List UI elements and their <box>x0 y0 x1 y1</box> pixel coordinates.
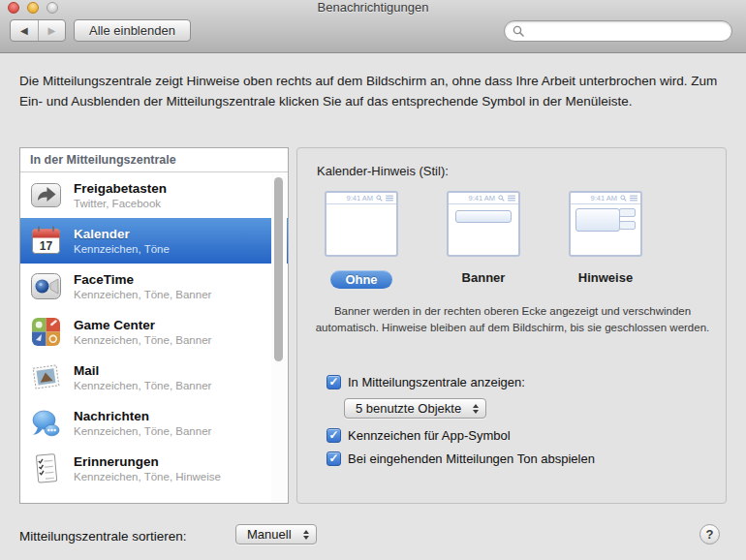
checkbox-checked-icon[interactable]: ✓ <box>326 428 341 443</box>
messages-icon <box>30 407 62 439</box>
titlebar: Benachrichtigungen ◀ ▶ Alle einblenden <box>0 0 746 53</box>
checkbox-row-sound[interactable]: ✓ Bei eingehenden Mitteilungen Ton abspi… <box>326 451 595 466</box>
app-name: FaceTime <box>74 272 211 287</box>
minimize-button[interactable] <box>27 2 39 14</box>
notification-center-icon <box>630 195 637 202</box>
checkbox-checked-icon[interactable]: ✓ <box>326 375 341 389</box>
facetime-icon <box>30 270 62 302</box>
checkbox-row-show-in-nc[interactable]: ✓ In Mitteilungszentrale anzeigen: <box>326 375 525 389</box>
app-name: Nachrichten <box>74 409 211 423</box>
preferences-window: Benachrichtigungen ◀ ▶ Alle einblenden D… <box>0 0 746 560</box>
app-list: In der Mitteilungszentrale Freigabetaste… <box>19 147 289 504</box>
history-nav: ◀ ▶ <box>10 19 66 42</box>
preview-menubar: 9:41 AM <box>326 193 396 204</box>
preview-time: 9:41 AM <box>346 194 373 202</box>
settings-panel: Kalender-Hinweis (Stil): 9:41 AM 9:41 AM… <box>296 147 727 504</box>
zoom-button[interactable] <box>47 2 58 14</box>
window-title: Benachrichtigungen <box>0 0 746 15</box>
sidebar-item-freigabetasten[interactable]: Freigabetasten Twitter, Facebook <box>20 172 288 218</box>
preview-time: 9:41 AM <box>590 194 617 202</box>
sidebar-item-erinnerungen[interactable]: Erinnerungen Kennzeichen, Töne, Hinweise <box>20 446 288 491</box>
app-alert-types: Kennzeichen, Töne, Banner <box>74 380 211 391</box>
checkbox-label: Bei eingehenden Mitteilungen Ton abspiel… <box>348 451 595 466</box>
app-name: Mail <box>74 363 211 378</box>
help-button[interactable]: ? <box>699 524 720 544</box>
spotlight-icon <box>498 195 505 202</box>
app-alert-types: Kennzeichen, Töne <box>74 243 170 255</box>
stepper-arrows-icon <box>303 530 309 540</box>
game-center-icon <box>30 316 62 348</box>
app-name: Game Center <box>74 318 211 332</box>
intro-text: Die Mitteilungszentrale zeigt Hinweise o… <box>19 72 723 112</box>
search-input[interactable] <box>529 24 724 38</box>
svg-text:17: 17 <box>40 239 53 253</box>
selected-style-pill[interactable]: Ohne <box>330 270 391 289</box>
app-alert-types: Kennzeichen, Töne, Hinweise <box>74 471 221 482</box>
spotlight-icon <box>376 195 383 202</box>
alert-style-label: Kalender-Hinweis (Stil): <box>317 164 449 178</box>
close-button[interactable] <box>8 2 19 14</box>
sidebar-scrollbar <box>271 173 287 504</box>
checkbox-label: In Mitteilungszentrale anzeigen: <box>348 375 525 389</box>
style-option-alert[interactable]: Hinweise <box>569 270 642 285</box>
notification-center-icon <box>386 195 393 202</box>
forward-button[interactable]: ▶ <box>39 20 66 41</box>
checkbox-row-badge[interactable]: ✓ Kennzeichen für App-Symbol <box>326 428 511 443</box>
alert-shape <box>575 208 620 232</box>
app-alert-types: Kennzeichen, Töne, Banner <box>74 289 211 300</box>
recent-items-dropdown[interactable]: 5 benutzte Objekte <box>344 398 486 419</box>
notification-center-icon <box>508 195 515 202</box>
app-alert-types: Kennzeichen, Töne, Banner <box>74 425 211 437</box>
reminders-icon <box>30 452 62 484</box>
checkbox-checked-icon[interactable]: ✓ <box>326 451 341 466</box>
alert-button-shape <box>619 221 636 230</box>
search-field[interactable] <box>504 20 732 42</box>
sidebar-item-mail[interactable]: Mail Kennzeichen, Töne, Banner <box>20 355 288 400</box>
scrollbar-thumb[interactable] <box>274 177 283 361</box>
share-icon <box>30 179 62 211</box>
search-icon <box>513 25 524 37</box>
calendar-icon: 17 <box>30 225 62 257</box>
sort-order-dropdown[interactable]: Manuell <box>235 524 317 544</box>
style-option-banner[interactable]: Banner <box>447 270 520 285</box>
sidebar-item-safari[interactable]: Safari <box>20 491 288 504</box>
alert-style-preview-none[interactable]: 9:41 AM <box>325 191 398 257</box>
sidebar-item-nachrichten[interactable]: Nachrichten Kennzeichen, Töne, Banner <box>20 400 288 446</box>
app-name: Erinnerungen <box>74 454 221 469</box>
preview-menubar: 9:41 AM <box>571 193 640 204</box>
preview-time: 9:41 AM <box>468 194 495 202</box>
app-name: Freigabetasten <box>74 181 167 196</box>
stepper-arrows-icon <box>473 404 479 414</box>
sidebar-item-game-center[interactable]: Game Center Kennzeichen, Töne, Banner <box>20 309 288 355</box>
back-button[interactable]: ◀ <box>11 20 39 41</box>
sidebar-item-kalender[interactable]: 17 Kalender Kennzeichen, Töne <box>20 218 288 264</box>
sidebar-item-facetime[interactable]: FaceTime Kennzeichen, Töne, Banner <box>20 264 288 309</box>
banner-shape <box>455 210 512 223</box>
mail-icon <box>30 361 62 393</box>
app-list-header: In der Mitteilungszentrale <box>20 148 288 172</box>
style-option-none[interactable]: Ohne <box>325 270 398 289</box>
show-all-button[interactable]: Alle einblenden <box>74 19 191 42</box>
app-alert-types: Kennzeichen, Töne, Banner <box>74 334 211 346</box>
style-description: Banner werden in der rechten oberen Ecke… <box>309 303 716 337</box>
alert-style-preview-alert[interactable]: 9:41 AM <box>569 191 642 257</box>
app-alert-types: Twitter, Facebook <box>74 198 167 209</box>
sort-order-value: Manuell <box>247 527 292 542</box>
app-name: Kalender <box>74 227 170 241</box>
sort-order-label: Mitteilungszentrale sortieren: <box>19 529 187 544</box>
alert-style-preview-banner[interactable]: 9:41 AM <box>447 191 520 257</box>
checkbox-label: Kennzeichen für App-Symbol <box>348 428 511 443</box>
preview-menubar: 9:41 AM <box>449 193 518 204</box>
recent-items-value: 5 benutzte Objekte <box>356 401 461 416</box>
alert-button-shape <box>619 208 636 217</box>
traffic-lights <box>8 2 58 14</box>
safari-icon <box>30 498 62 504</box>
spotlight-icon <box>620 195 627 202</box>
